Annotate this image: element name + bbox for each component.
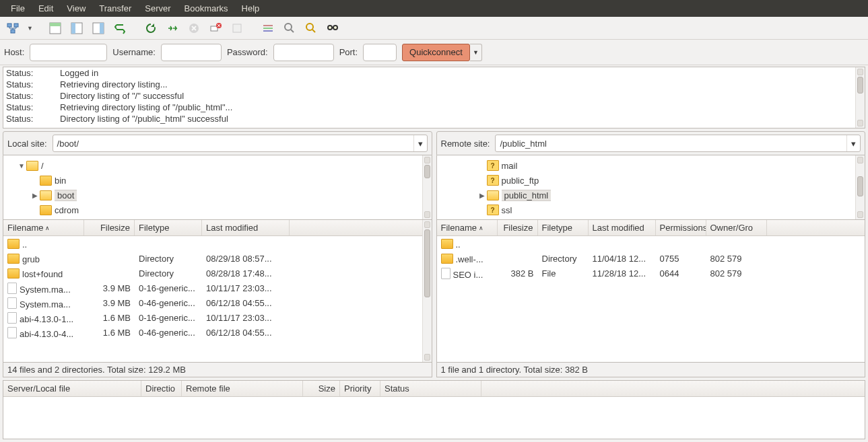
refresh-icon[interactable] (142, 20, 160, 37)
menu-view[interactable]: View (60, 1, 92, 16)
message-log: Status:Logged inStatus:Retrieving direct… (3, 67, 865, 128)
column-header[interactable]: Last modified (202, 220, 290, 235)
column-header[interactable]: Last modified (589, 220, 656, 235)
menu-bookmarks[interactable]: Bookmarks (178, 1, 235, 16)
file-row[interactable]: abi-4.13.0-4...1.6 MB0-46-generic...06/1… (3, 325, 432, 340)
file-mod: 11/04/18 12... (589, 254, 656, 264)
tree-item[interactable]: ▶boot (3, 188, 432, 202)
column-header[interactable]: Filesize (84, 220, 135, 235)
search-icon[interactable] (324, 20, 341, 37)
port-label: Port: (339, 47, 358, 57)
file-row[interactable]: SEO i...382 BFile11/28/18 12...0644802 5… (437, 266, 865, 281)
column-header[interactable]: Owner/Gro (706, 220, 767, 235)
svg-rect-10 (211, 26, 218, 31)
menu-transfer[interactable]: Transfer (92, 1, 138, 16)
column-header[interactable]: Server/Local file (3, 381, 141, 396)
file-row[interactable]: abi-4.13.0-1...1.6 MB0-16-generic...10/1… (3, 310, 432, 325)
sitemanager-dropdown-icon[interactable]: ▼ (27, 25, 33, 32)
expand-icon[interactable]: ▶ (477, 192, 487, 199)
tree-item[interactable]: mail (437, 158, 865, 173)
svg-point-16 (285, 24, 292, 30)
file-perm: 0644 (656, 268, 706, 279)
file-type: Directory (538, 254, 589, 264)
file-mod: 10/11/17 23:03... (202, 283, 290, 293)
column-header[interactable]: Status (380, 381, 481, 396)
file-row[interactable]: .well-...Directory11/04/18 12...0755802 … (437, 251, 865, 266)
tree-item-label: mail (502, 161, 518, 171)
file-row[interactable]: System.ma...3.9 MB0-46-generic...06/12/1… (3, 295, 432, 310)
file-row[interactable]: lost+foundDirectory08/28/18 17:48... (3, 266, 432, 281)
tree-item[interactable]: cdrom (3, 202, 432, 217)
toggle-remotetree-icon[interactable] (90, 20, 107, 37)
tree-item-label: ssl (502, 205, 512, 215)
quickconnect-dropdown-icon[interactable]: ▼ (470, 44, 482, 61)
column-header[interactable]: Size (303, 381, 340, 396)
tree-item-label: / (41, 161, 44, 171)
local-filelist-scrollbar[interactable] (422, 220, 432, 362)
file-row[interactable]: System.ma...3.9 MB0-16-generic...10/11/1… (3, 281, 432, 295)
quickconnect-button[interactable]: Quickconnect (402, 44, 470, 61)
compare-icon[interactable] (281, 20, 298, 37)
menu-server[interactable]: Server (138, 1, 177, 16)
port-input[interactable] (363, 44, 397, 61)
toggle-localtree-icon[interactable] (68, 20, 86, 37)
chevron-down-icon[interactable]: ▾ (846, 135, 860, 151)
local-pane: Local site: /boot/ ▾ ▼/bin▶bootcdrom Fil… (3, 131, 432, 377)
menu-file[interactable]: File (4, 1, 32, 16)
column-header[interactable]: Filename∧ (3, 220, 84, 235)
column-header[interactable]: Filesize (498, 220, 538, 235)
remote-tree[interactable]: mailpublic_ftp▶public_htmlssl (436, 155, 866, 220)
toggle-queue-icon[interactable] (111, 20, 129, 37)
menu-edit[interactable]: Edit (32, 1, 60, 16)
column-header[interactable]: Filetype (135, 220, 202, 235)
tree-item[interactable]: bin (3, 173, 432, 188)
column-header[interactable]: Remote file (182, 381, 303, 396)
svg-point-21 (329, 26, 331, 29)
file-type: 0-46-generic... (135, 328, 202, 338)
disconnect-icon[interactable] (207, 20, 224, 37)
column-header[interactable]: Filetype (538, 220, 589, 235)
remote-path-combo[interactable]: /public_html ▾ (495, 135, 861, 152)
tree-item[interactable]: public_ftp (437, 173, 865, 188)
log-scrollbar[interactable] (855, 67, 865, 128)
process-queue-icon[interactable] (164, 20, 181, 37)
menu-help[interactable]: Help (235, 1, 267, 16)
local-path-combo[interactable]: /boot/ ▾ (53, 135, 428, 152)
tree-item[interactable]: ▶public_html (437, 188, 865, 202)
local-tree[interactable]: ▼/bin▶bootcdrom (3, 155, 432, 220)
chevron-down-icon[interactable]: ▾ (413, 135, 427, 151)
cancel-icon[interactable] (185, 20, 203, 37)
file-row[interactable]: grubDirectory08/29/18 08:57... (3, 251, 432, 266)
local-tree-scrollbar[interactable] (422, 155, 432, 219)
tree-item[interactable]: ▼/ (3, 158, 432, 173)
file-row[interactable]: .. (437, 236, 865, 251)
file-name: System.ma... (20, 299, 71, 309)
remote-filelist[interactable]: Filename∧FilesizeFiletypeLast modifiedPe… (436, 220, 866, 363)
column-header[interactable]: Priority (340, 381, 380, 396)
local-filelist[interactable]: Filename∧FilesizeFiletypeLast modified .… (3, 220, 432, 363)
remote-status: 1 file and 1 directory. Total size: 382 … (436, 363, 866, 377)
column-header[interactable]: Filename∧ (437, 220, 498, 235)
folder-icon (40, 174, 55, 186)
sync-browse-icon[interactable] (302, 20, 320, 37)
tree-item[interactable]: ssl (437, 202, 865, 217)
svg-rect-15 (263, 30, 273, 32)
reconnect-icon[interactable] (228, 20, 246, 37)
column-header[interactable]: Directio (141, 381, 182, 396)
file-row[interactable]: .. (3, 236, 432, 251)
column-header[interactable]: Permissions (656, 220, 706, 235)
queue-rows[interactable] (3, 397, 865, 439)
toggle-log-icon[interactable] (46, 20, 64, 37)
remote-tree-scrollbar[interactable] (855, 155, 865, 219)
host-input[interactable] (30, 44, 107, 61)
filter-icon[interactable] (259, 20, 277, 37)
password-input[interactable] (273, 44, 334, 61)
username-input[interactable] (161, 44, 222, 61)
file-icon (7, 329, 20, 339)
menubar: File Edit View Transfer Server Bookmarks… (0, 0, 868, 17)
file-name: .well-... (456, 254, 483, 264)
sitemanager-icon[interactable] (4, 20, 22, 37)
expand-icon[interactable]: ▶ (30, 192, 40, 199)
expand-icon[interactable]: ▼ (17, 162, 26, 170)
tree-item-label: boot (55, 190, 77, 201)
